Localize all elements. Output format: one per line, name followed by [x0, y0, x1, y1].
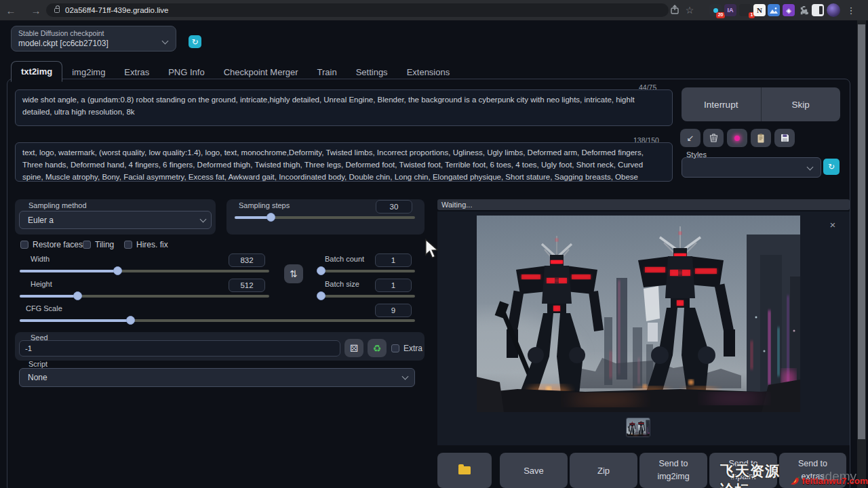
- extension-icon-dark[interactable]: 1: [739, 4, 751, 16]
- bookmark-star-icon[interactable]: ☆: [682, 3, 697, 18]
- generate-button-group: Interrupt Skip: [682, 87, 840, 121]
- lock-icon: [54, 8, 60, 13]
- url-text: 02a56ff4-71ff-439e.gradio.live: [65, 6, 168, 14]
- scrollbar-thumb[interactable]: [858, 24, 865, 439]
- txt2img-panel: [7, 79, 850, 488]
- progress-status-text: Waiting...: [441, 201, 472, 209]
- skip-button[interactable]: Skip: [762, 87, 841, 121]
- tab-settings[interactable]: Settings: [347, 62, 397, 82]
- forward-icon[interactable]: →: [28, 3, 43, 18]
- tab-img2img[interactable]: img2img: [62, 62, 115, 82]
- mouse-cursor: [425, 239, 441, 260]
- interrupt-button[interactable]: Interrupt: [682, 87, 761, 121]
- checkpoint-block: Stable Diffusion checkpoint model.ckpt […: [11, 26, 176, 52]
- browser-toolbar: ← → ↻ 02a56ff4-71ff-439e.gradio.live ☆ 2…: [0, 0, 868, 20]
- share-icon[interactable]: [670, 5, 681, 16]
- extension-icon-blue-dot[interactable]: 20: [709, 4, 722, 16]
- tab-png-info[interactable]: PNG Info: [159, 62, 214, 82]
- checkpoint-dropdown[interactable]: model.ckpt [cc6cb27103]: [18, 39, 108, 48]
- progress-bar: Waiting...: [437, 199, 850, 210]
- menu-kebab-icon[interactable]: ⋮: [844, 3, 859, 18]
- styles-label: Styles: [686, 150, 707, 159]
- watermark-site-url: feitianwu7.com: [802, 476, 868, 486]
- sidebar-toggle-icon[interactable]: [812, 4, 824, 16]
- address-bar[interactable]: 02a56ff4-71ff-439e.gradio.live: [46, 3, 669, 17]
- extension-icon-notion[interactable]: N: [753, 4, 766, 16]
- tab-extras[interactable]: Extras: [115, 62, 159, 82]
- extensions-puzzle-icon[interactable]: [797, 4, 810, 16]
- tab-train[interactable]: Train: [308, 62, 347, 82]
- profile-avatar[interactable]: [827, 3, 840, 17]
- site-watermark: 飞天资源论坛 feitianwu7.com: [720, 462, 868, 488]
- extension-icon-photos[interactable]: [768, 4, 780, 16]
- scrollbar-track[interactable]: [857, 20, 866, 488]
- watermark-site-name: 飞天资源论坛: [720, 462, 788, 488]
- chili-pepper-icon: [789, 473, 801, 488]
- prompt-input[interactable]: wide shot angle, a (gundam:0.8) robot st…: [15, 89, 673, 126]
- tab-txt2img[interactable]: txt2img: [11, 61, 62, 82]
- extension-icon-purple[interactable]: ◈: [783, 4, 795, 16]
- negative-prompt-input[interactable]: text, logo, watermark, (worst quality, l…: [15, 142, 673, 182]
- script-label: Script: [28, 360, 47, 368]
- screen: ← → ↻ 02a56ff4-71ff-439e.gradio.live ☆ 2…: [0, 0, 868, 488]
- extension-icon-ia[interactable]: IA: [724, 4, 736, 16]
- refresh-checkpoint-button[interactable]: ↻: [189, 35, 201, 48]
- chevron-down-icon: [162, 38, 169, 45]
- back-icon[interactable]: ←: [3, 3, 18, 18]
- tab-checkpoint-merger[interactable]: Checkpoint Merger: [214, 62, 308, 82]
- tab-bar: txt2img img2img Extras PNG Info Checkpoi…: [11, 61, 459, 82]
- checkpoint-label: Stable Diffusion checkpoint: [18, 29, 104, 37]
- tab-extensions[interactable]: Extensions: [397, 62, 460, 82]
